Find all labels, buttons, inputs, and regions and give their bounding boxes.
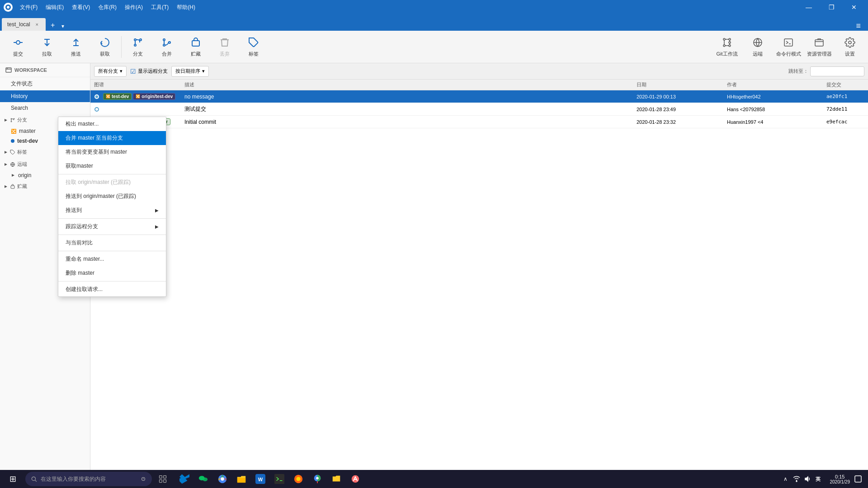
git-flow-button[interactable]: Git工作流 — [712, 33, 741, 61]
svg-rect-25 — [815, 40, 823, 46]
sidebar-item-search[interactable]: Search — [0, 102, 90, 114]
commit-hash: ae20fc1 — [823, 94, 868, 99]
explorer-button[interactable]: 资源管理器 — [805, 33, 834, 61]
close-button[interactable]: ✕ — [844, 0, 864, 14]
taskbar-app-wechat[interactable] — [194, 470, 212, 488]
taskbar-task-manager[interactable] — [154, 470, 172, 488]
terminal-icon — [782, 36, 795, 49]
menu-fetch-master[interactable]: 获取master — [58, 159, 166, 173]
merge-button[interactable]: 合并 — [152, 33, 181, 61]
svg-marker-40 — [5, 185, 7, 188]
taskbar-app-cmd[interactable] — [270, 470, 288, 488]
taskbar-right: ∧ 英 0:15 2020/1/29 — [781, 474, 867, 484]
stash-label: 贮藏 — [17, 183, 27, 190]
menu-file[interactable]: 文件(F) — [16, 3, 41, 12]
taskbar-app-vscode[interactable] — [175, 470, 193, 488]
commit-row[interactable]: 🔀 test-dev 🔀 origin/test-dev no message … — [90, 90, 868, 103]
pull-button[interactable]: 拉取 — [33, 33, 61, 61]
workspace-label: WORKSPACE — [0, 63, 90, 77]
menu-repo[interactable]: 仓库(R) — [94, 3, 120, 12]
menu-view[interactable]: 查看(V) — [68, 3, 94, 12]
remote-button[interactable]: 远端 — [743, 33, 772, 61]
branch-button[interactable]: 分支 — [123, 33, 152, 61]
taskbar-app-maps[interactable] — [308, 470, 326, 488]
taskbar-app-firefox[interactable] — [289, 470, 307, 488]
new-tab-button[interactable]: + — [47, 20, 58, 31]
branch-name: test-dev — [17, 138, 38, 144]
all-branches-dropdown[interactable]: 所有分支 ▾ — [94, 66, 127, 77]
menu-edit[interactable]: 编辑(E) — [42, 3, 67, 12]
fetch-button[interactable]: 获取 — [90, 33, 119, 61]
repo-tab[interactable]: test_local × — [2, 18, 46, 31]
merge-icon — [160, 36, 173, 49]
terminal-button[interactable]: 命令行模式 — [774, 33, 803, 61]
start-button[interactable]: ⊞ — [2, 470, 24, 488]
branch-icon — [132, 36, 144, 49]
taskbar: ⊞ 在这里输入你要搜索的内容 — [0, 470, 868, 488]
sort-dropdown[interactable]: 按日期排序 ▾ — [171, 66, 209, 77]
header-desc: 描述 — [181, 81, 633, 88]
system-tray: ∧ 英 — [781, 474, 823, 483]
menu-rename[interactable]: 重命名 master... — [58, 252, 166, 266]
graph-cell — [90, 103, 181, 115]
notification-icon[interactable] — [854, 474, 863, 483]
jump-to-input[interactable] — [810, 66, 864, 76]
menu-create-pull-request[interactable]: 创建拉取请求... — [58, 282, 166, 296]
tray-expand-icon[interactable]: ∧ — [781, 474, 790, 483]
menu-checkout[interactable]: 检出 master... — [58, 117, 166, 131]
tray-ime-icon[interactable]: 英 — [814, 474, 823, 483]
tab-close-button[interactable]: × — [34, 21, 40, 28]
header-author: 作者 — [723, 81, 823, 88]
svg-point-1 — [7, 6, 9, 9]
svg-marker-39 — [12, 174, 14, 177]
menu-track-remote[interactable]: 跟踪远程分支 ▶ — [58, 220, 166, 234]
menu-tools[interactable]: 工具(T) — [147, 3, 172, 12]
commit-table: 图谱 描述 日期 作者 提交交 🔀 test-dev — [90, 80, 868, 470]
menu-separator — [58, 218, 166, 219]
taskbar-search-box[interactable]: 在这里输入你要搜索的内容 — [25, 472, 152, 486]
window-controls: — ❐ ✕ — [798, 0, 864, 14]
commit-button[interactable]: 提交 — [4, 33, 33, 61]
tray-volume-icon[interactable] — [803, 474, 812, 483]
push-button[interactable]: 推送 — [61, 33, 90, 61]
tray-network-icon[interactable] — [792, 474, 801, 483]
stash-button[interactable]: 贮藏 — [181, 33, 210, 61]
remote-tag: 🔀 origin/test-dev — [133, 93, 175, 100]
menu-compare[interactable]: 与当前对比 — [58, 236, 166, 250]
settings-button[interactable]: 设置 — [835, 33, 864, 61]
taskbar-app-chrome[interactable] — [213, 470, 231, 488]
commit-row[interactable]: 测试提交 2020-01-28 23:49 Hans <20792858 72d… — [90, 103, 868, 116]
taskbar-app-files[interactable] — [327, 470, 345, 488]
tab-dropdown-button[interactable]: ▾ — [58, 22, 67, 31]
maximize-button[interactable]: ❐ — [821, 0, 842, 14]
menu-merge-master[interactable]: 合并 master 至当前分支 — [58, 131, 166, 145]
svg-marker-30 — [5, 119, 7, 122]
menu-separator — [58, 281, 166, 282]
sidebar-item-history[interactable]: History — [0, 90, 90, 102]
svg-point-15 — [729, 38, 731, 40]
svg-point-42 — [32, 477, 35, 480]
taskbar-app-kingsoft[interactable]: W — [251, 470, 269, 488]
menu-action[interactable]: 操作(A) — [121, 3, 146, 12]
commit-row[interactable]: 🔀 origin/master 🔀 master Initial commit … — [90, 116, 868, 128]
hamburger-menu-button[interactable]: ≡ — [850, 21, 866, 31]
svg-point-17 — [729, 45, 731, 47]
header-date: 日期 — [633, 81, 723, 88]
svg-point-32 — [11, 121, 12, 122]
menu-rebase[interactable]: 将当前变更变基到 master — [58, 145, 166, 159]
svg-rect-57 — [274, 474, 284, 484]
menu-help[interactable]: 帮助(H) — [173, 3, 199, 12]
menu-push-origin-master[interactable]: 推送到 origin/master (已跟踪) — [58, 189, 166, 203]
menu-bar: 文件(F) 编辑(E) 查看(V) 仓库(R) 操作(A) 工具(T) 帮助(H… — [16, 3, 199, 12]
minimize-button[interactable]: — — [798, 0, 819, 14]
menu-delete-master[interactable]: 删除 master — [58, 266, 166, 280]
svg-rect-47 — [160, 476, 162, 479]
show-remote-checkbox[interactable]: ☑ 显示远程分支 — [130, 68, 168, 75]
taskbar-app-explorer[interactable] — [232, 470, 250, 488]
sidebar-item-file-status[interactable]: 文件状态 — [0, 77, 90, 90]
svg-line-43 — [35, 480, 37, 482]
svg-text:W: W — [258, 477, 263, 482]
tag-button[interactable]: 标签 — [239, 33, 268, 61]
menu-push-to[interactable]: 推送到 ▶ — [58, 203, 166, 217]
taskbar-app-paint[interactable] — [346, 470, 364, 488]
